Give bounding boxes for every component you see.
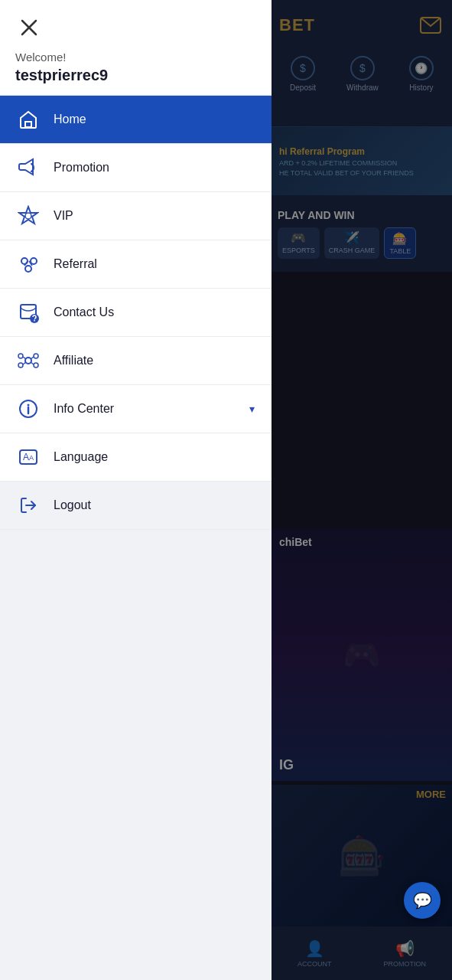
nav-affiliate-label: Affiliate [54,354,255,368]
nav-item-logout[interactable]: Logout [0,482,272,530]
nav-logout-label: Logout [54,498,255,512]
svg-point-17 [34,363,38,368]
nav-vip-label: VIP [54,209,255,223]
svg-point-7 [31,258,37,264]
nav-item-promotion[interactable]: Promotion [0,144,272,192]
nav-referral-label: Referral [54,257,255,271]
close-button[interactable] [15,14,43,41]
nav-item-home[interactable]: Home [0,96,272,144]
dim-overlay [272,0,452,980]
affiliate-icon [17,349,40,372]
svg-point-5 [25,213,31,219]
nav-promotion-label: Promotion [54,161,255,175]
contact-icon [17,301,40,324]
chat-button[interactable]: 💬 [404,882,441,919]
sidebar: Welcome! testprierrec9 Home Promotion [0,0,272,980]
svg-marker-4 [19,207,37,224]
nav-item-vip[interactable]: VIP [0,192,272,240]
nav-item-contact[interactable]: Contact Us [0,289,272,337]
nav-item-info-center[interactable]: Info Center ▾ [0,385,272,433]
svg-line-21 [31,362,34,364]
svg-point-13 [25,358,31,364]
sidebar-header: Welcome! testprierrec9 [0,0,272,96]
language-icon: A A [17,446,40,469]
welcome-text: Welcome! [15,51,256,64]
svg-line-19 [31,357,34,359]
nav-language-label: Language [54,450,255,464]
referral-icon [17,253,40,276]
svg-point-8 [25,266,31,272]
nav-home-label: Home [54,113,255,126]
chat-icon: 💬 [413,891,432,910]
svg-line-18 [23,357,26,359]
nav-item-referral[interactable]: Referral [0,240,272,289]
info-icon [17,397,40,420]
nav-info-label: Info Center [54,402,236,416]
svg-text:A: A [23,452,29,462]
home-icon [17,108,40,131]
svg-point-24 [28,404,30,407]
svg-line-20 [23,362,26,364]
nav-item-language[interactable]: A A Language [0,433,272,482]
svg-rect-3 [25,122,31,127]
nav-contact-label: Contact Us [54,305,255,319]
logout-icon [17,494,40,517]
svg-point-16 [18,363,23,368]
promotion-icon [17,156,40,179]
vip-icon [17,204,40,227]
svg-point-14 [18,354,23,358]
svg-point-15 [34,354,38,358]
svg-text:A: A [29,454,34,462]
nav-item-affiliate[interactable]: Affiliate [0,337,272,385]
info-chevron-icon: ▾ [249,403,255,415]
sidebar-spacer [0,530,272,980]
username-text: testprierrec9 [15,67,256,84]
